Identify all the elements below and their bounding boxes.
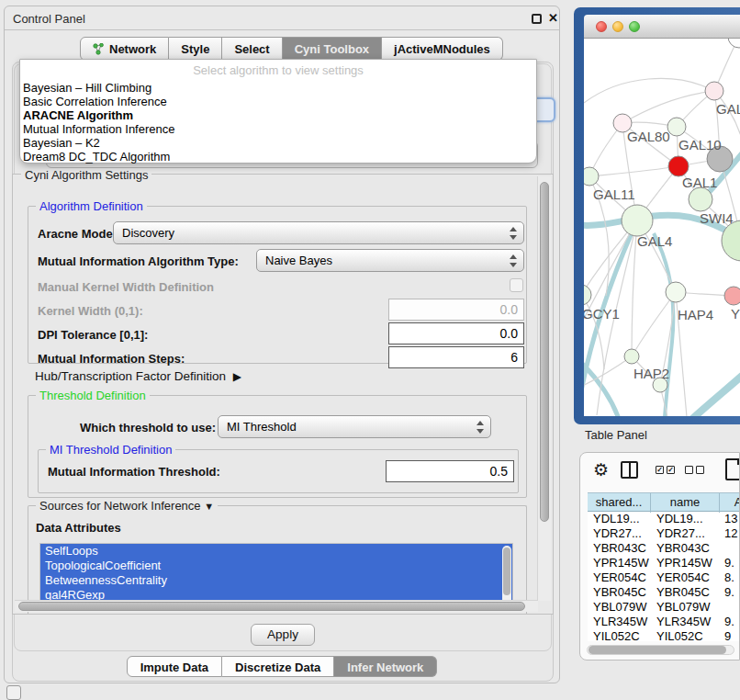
mi-threshold-field[interactable]	[386, 460, 514, 482]
tab-jactivemnodules-label: jActiveMNodules	[394, 42, 490, 56]
scrollbar-thumb[interactable]	[18, 602, 525, 611]
tab-cyni-toolbox-label: Cyni Toolbox	[295, 42, 369, 56]
manual-kernel-checkbox[interactable]	[510, 278, 523, 292]
cell-shared-name: YDL19...	[588, 512, 651, 526]
sources-group: Sources for Network Inference ▼ Data Att…	[28, 505, 527, 615]
node-label: GAL11	[593, 186, 635, 202]
expand-arrow-icon[interactable]: ▶	[233, 370, 241, 383]
table-row[interactable]: YBR045CYBR045C9.	[588, 585, 740, 600]
dropdown-item-selected[interactable]: ARACNE Algorithm	[20, 108, 536, 122]
table-horizontal-scrollbar[interactable]	[587, 645, 734, 655]
table-row[interactable]: YIL052CYIL052C9	[588, 629, 740, 641]
tab-infer-network[interactable]: Infer Network	[334, 656, 437, 677]
gear-icon[interactable]: ⚙	[593, 460, 609, 480]
data-attributes-label: Data Attributes	[36, 521, 121, 535]
dpi-tolerance-field[interactable]	[388, 322, 524, 344]
mi-type-combo[interactable]: Naive Bayes	[256, 249, 524, 272]
algorithm-dropdown-popup: Select algorithm to view settings Bayesi…	[19, 59, 537, 164]
new-table-icon[interactable]	[725, 458, 740, 480]
node-label: HAP4	[678, 307, 713, 322]
hub-section-label[interactable]: Hub/Transcription Factor Definition ▶	[35, 369, 238, 383]
settings-vertical-scrollbar[interactable]	[537, 176, 551, 601]
table-row[interactable]: YDL19...YDL19...13	[588, 512, 740, 526]
dropdown-item[interactable]: Basic Correlation Inference	[20, 95, 536, 108]
which-threshold-label: Which threshold to use:	[80, 421, 216, 435]
aracne-mode-combo[interactable]: Discovery	[113, 221, 524, 244]
tab-jactivemnodules[interactable]: jActiveMNodules	[382, 37, 503, 61]
scrollbar-thumb[interactable]	[540, 182, 549, 522]
close-icon[interactable]: ✕	[548, 11, 558, 25]
tab-select[interactable]: Select	[222, 37, 282, 61]
table-row[interactable]: YBR043CYBR043C	[588, 541, 740, 556]
table-row[interactable]: YPR145WYPR145W9.	[588, 556, 740, 570]
close-traffic-light[interactable]	[596, 21, 607, 32]
attribute-item[interactable]: TopologicalCoefficient	[40, 559, 512, 573]
tab-select-label: Select	[234, 42, 269, 56]
attributes-scrollbar[interactable]	[502, 546, 511, 608]
network-node-hap2[interactable]	[624, 349, 639, 364]
checked-box-icon: ✓	[667, 466, 675, 474]
split-view-icon[interactable]	[621, 461, 638, 479]
mi-steps-field[interactable]	[388, 346, 524, 368]
which-threshold-combo[interactable]: MI Threshold	[218, 415, 491, 438]
network-node-gal11[interactable]	[584, 167, 599, 186]
network-node-gal10[interactable]	[667, 118, 686, 136]
tab-cyni-toolbox[interactable]: Cyni Toolbox	[283, 37, 382, 61]
select-all-checks-icon[interactable]: ✓ ✓	[656, 466, 675, 474]
dropdown-item[interactable]: Bayesian – Hill Climbing	[20, 81, 536, 95]
cyni-settings-panel: Algorithm Definition Aracne Mode: Discov…	[12, 174, 554, 615]
dropdown-item[interactable]: Dream8 DC_TDC Algorithm	[20, 150, 536, 164]
node-label: GAL	[716, 101, 740, 117]
settings-horizontal-scrollbar[interactable]	[15, 600, 538, 612]
column-header-name[interactable]: name	[651, 493, 720, 513]
tab-network[interactable]: Network	[80, 37, 169, 61]
collapse-arrow-icon[interactable]: ▼	[204, 501, 214, 512]
network-node-swi4[interactable]	[689, 187, 712, 211]
table-row[interactable]: YBL079WYBL079W	[588, 600, 740, 615]
network-node-gal1-red[interactable]	[668, 156, 689, 176]
network-node-gcy1[interactable]	[584, 285, 591, 305]
node-label: GAL1	[682, 175, 717, 190]
column-header-shared-name[interactable]: shared...	[588, 493, 651, 513]
table-row[interactable]: YLR345WYLR345W9.	[588, 615, 740, 629]
scrollbar-thumb[interactable]	[503, 548, 510, 595]
network-canvas[interactable]: GAL GAL80 GAL10 GAL1 GAL11 SWI4 GAL4 GCY…	[584, 39, 740, 416]
kernel-width-field[interactable]	[388, 299, 524, 321]
table-body: YDL19...YDL19...13 YDR27...YDR27...12 YB…	[588, 512, 740, 641]
cell-shared-name: YIL052C	[588, 629, 651, 641]
table-row[interactable]: YDR27...YDR27...12	[588, 526, 740, 541]
kernel-width-label: Kernel Width (0,1):	[38, 304, 143, 318]
attribute-item[interactable]: SelfLoops	[40, 544, 512, 559]
tab-discretize-data[interactable]: Discretize Data	[222, 656, 334, 677]
attribute-item[interactable]: BetweennessCentrality	[40, 573, 512, 588]
cell-name: YDR27...	[651, 526, 720, 541]
network-node-hap4[interactable]	[666, 282, 686, 302]
cell-shared-name: YDR27...	[588, 526, 651, 541]
zoom-traffic-light[interactable]	[629, 21, 640, 32]
network-window-titlebar	[584, 15, 740, 39]
minimize-traffic-light[interactable]	[612, 21, 623, 32]
minimized-panel-icon[interactable]	[6, 685, 21, 700]
column-header-partial[interactable]: A	[720, 493, 740, 513]
dropdown-item[interactable]: Mutual Information Inference	[20, 122, 536, 136]
network-node[interactable]	[728, 39, 740, 48]
cell-name: YPR145W	[651, 556, 720, 570]
aracne-mode-label: Aracne Mode:	[38, 227, 117, 241]
scrollbar-thumb[interactable]	[589, 646, 726, 654]
dropdown-item[interactable]: Bayesian – K2	[20, 136, 536, 150]
dropdown-hint: Select algorithm to view settings	[20, 62, 536, 81]
table-row[interactable]: YER054CYER054C8.	[588, 570, 740, 585]
deselect-checks-icon[interactable]	[685, 466, 704, 474]
network-view-window: GAL GAL80 GAL10 GAL1 GAL11 SWI4 GAL4 GCY…	[574, 7, 740, 424]
cell-shared-name: YBR043C	[588, 541, 651, 556]
network-node-gal4[interactable]	[622, 205, 653, 236]
tab-impute-data[interactable]: Impute Data	[127, 656, 222, 677]
node-label: GAL80	[627, 129, 670, 144]
float-panel-icon[interactable]	[532, 14, 542, 24]
network-node-pink[interactable]	[724, 287, 740, 305]
control-panel-tab-bar: Network Style Select Cyni Toolbox jActiv…	[80, 37, 503, 61]
apply-button[interactable]: Apply	[251, 624, 315, 646]
network-node[interactable]	[705, 82, 723, 100]
algorithm-definition-group: Algorithm Definition Aracne Mode: Discov…	[28, 206, 527, 364]
tab-style[interactable]: Style	[169, 37, 222, 61]
